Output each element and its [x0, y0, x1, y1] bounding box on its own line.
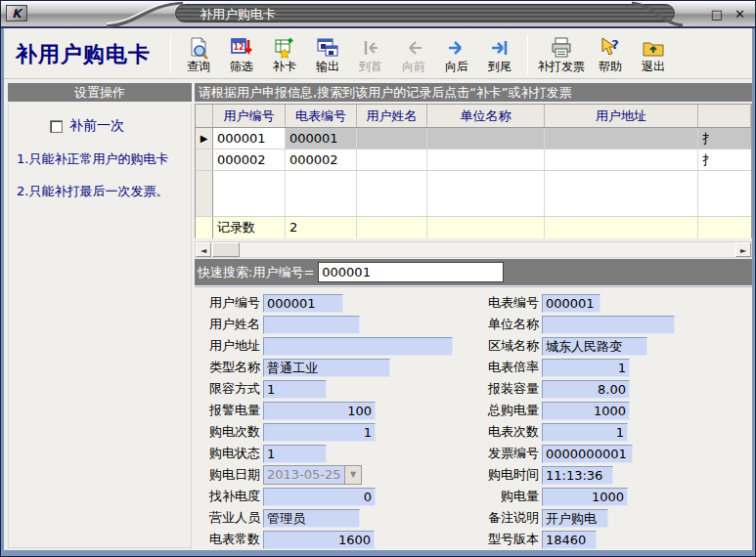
- sidebar-header: 设置操作: [8, 83, 192, 102]
- type-name-field[interactable]: 普通工业: [263, 359, 390, 377]
- selector-column-header: [196, 105, 213, 127]
- window-title: 补用户购电卡: [175, 4, 675, 22]
- go-last-button[interactable]: 到尾: [478, 35, 521, 74]
- app-body: 补用户购电卡 查询 12 筛选: [4, 28, 752, 550]
- cell-unit-name[interactable]: [427, 128, 545, 149]
- field-label: 电表常数: [202, 531, 263, 548]
- reissue-card-button[interactable]: 补卡: [263, 35, 306, 74]
- purchase-date-dropdown[interactable]: 2013-05-25 ▼: [263, 465, 362, 485]
- field-label: 用户地址: [202, 337, 263, 355]
- reissue-card-label: 补卡: [273, 60, 296, 73]
- reprint-invoice-button[interactable]: 补打发票: [534, 35, 589, 74]
- purchase-time-field[interactable]: 11:13:36: [542, 466, 613, 485]
- reissue-previous-checkbox[interactable]: 补前一次: [50, 117, 191, 135]
- field-label: 购电时间: [481, 466, 542, 484]
- go-next-label: 向后: [445, 60, 468, 73]
- cell-user-address[interactable]: [545, 128, 698, 149]
- cell-unit-name[interactable]: [427, 150, 545, 170]
- field-label: 用户编号: [202, 294, 263, 312]
- cell-user-name[interactable]: [357, 150, 427, 170]
- unit-name-field[interactable]: [542, 316, 675, 334]
- field-label: 找补电度: [202, 488, 263, 505]
- filter-button[interactable]: 12 筛选: [220, 35, 263, 74]
- query-label: 查询: [187, 60, 210, 73]
- user-table: 用户编号 电表编号 用户姓名 单位名称 用户地址 ▶ 000001 000001…: [195, 104, 752, 238]
- field-label: 单位名称: [481, 316, 542, 333]
- cell-meter-no[interactable]: 000002: [286, 150, 357, 170]
- field-label: 电表倍率: [481, 359, 542, 376]
- cell-meter-no[interactable]: 000001: [286, 128, 357, 149]
- checkbox-label: 补前一次: [69, 117, 124, 135]
- checkbox-icon[interactable]: [50, 120, 63, 133]
- field-label: 报装容量: [481, 380, 542, 398]
- sidebar: 补前一次 1.只能补正常用户的购电卡 2.只能补打最后一次发票。: [8, 104, 192, 548]
- output-button[interactable]: 输出: [306, 35, 349, 74]
- close-button[interactable]: ✕: [734, 7, 745, 22]
- toolbar-separator: [170, 35, 171, 74]
- cell-user-address[interactable]: [545, 150, 698, 170]
- exit-label: 退出: [642, 60, 665, 73]
- total-energy-field[interactable]: 1000: [542, 402, 630, 420]
- purchase-times-field[interactable]: 1: [263, 423, 376, 442]
- user-name-field[interactable]: [263, 316, 360, 334]
- user-address-field[interactable]: [263, 337, 453, 356]
- invoice-no-field[interactable]: 0000000001: [542, 445, 633, 463]
- toolbar: 补用户购电卡 查询 12 筛选: [4, 30, 752, 79]
- field-label: 发票编号: [481, 445, 542, 462]
- maximize-button[interactable]: □: [711, 7, 723, 22]
- col-meter-no[interactable]: 电表编号: [286, 105, 357, 127]
- cell-user-no[interactable]: 000001: [213, 128, 286, 149]
- app-window: K 补用户购电卡 □ ✕ 补用户购电卡 查询: [0, 0, 756, 557]
- titlebar-swoosh-left: [99, 1, 187, 28]
- go-next-button[interactable]: 向后: [435, 35, 478, 74]
- model-version-field[interactable]: 18460: [542, 531, 597, 549]
- scrollbar-thumb[interactable]: [212, 242, 240, 257]
- field-label: 区域名称: [481, 337, 542, 355]
- go-prev-label: 向前: [402, 60, 425, 73]
- go-first-label: 到首: [359, 60, 382, 73]
- table-row[interactable]: ▶ 000001 000001 扌: [196, 128, 751, 150]
- operator-field[interactable]: 管理员: [263, 509, 360, 528]
- meter-ratio-field[interactable]: 1: [542, 359, 630, 377]
- area-name-field[interactable]: 城东人民路变: [542, 337, 647, 356]
- row-selector: [196, 150, 213, 170]
- meter-times-field[interactable]: 1: [542, 423, 628, 442]
- adjust-energy-field[interactable]: 0: [263, 488, 376, 506]
- go-next-icon: [445, 36, 468, 60]
- search-document-icon: [187, 36, 210, 60]
- purchase-status-field[interactable]: 1: [263, 445, 327, 463]
- instruction-bar: 请根据用户申报信息,搜索到该用户的记录后点击“补卡”或补打发票: [195, 83, 752, 102]
- col-user-no[interactable]: 用户编号: [213, 105, 286, 127]
- table-horizontal-scrollbar[interactable]: ◄ ►: [195, 241, 752, 258]
- installed-capacity-field[interactable]: 8.00: [542, 380, 630, 399]
- scroll-right-icon[interactable]: ►: [735, 242, 751, 257]
- cell-user-name[interactable]: [357, 128, 427, 149]
- filter-label: 筛选: [230, 60, 253, 73]
- empty-rows-area: [196, 171, 751, 217]
- app-logo-icon: K: [6, 5, 27, 21]
- alarm-energy-field[interactable]: 100: [263, 402, 376, 420]
- table-row[interactable]: 000002 000002 扌: [196, 150, 751, 171]
- limit-mode-field[interactable]: 1: [263, 380, 327, 399]
- field-label: 购电次数: [202, 423, 263, 441]
- help-button[interactable]: ? 帮助: [589, 35, 632, 74]
- remark-field[interactable]: 开户购电: [542, 509, 608, 528]
- titlebar: K 补用户购电卡 □ ✕: [1, 1, 755, 28]
- col-user-address[interactable]: 用户地址: [545, 105, 698, 127]
- meter-constant-field[interactable]: 1600: [263, 531, 375, 549]
- scroll-left-icon[interactable]: ◄: [196, 242, 211, 257]
- cell-user-no[interactable]: 000002: [213, 150, 286, 170]
- user-no-field[interactable]: 000001: [263, 294, 343, 313]
- col-unit-name[interactable]: 单位名称: [427, 105, 545, 127]
- chevron-down-icon[interactable]: ▼: [344, 466, 361, 484]
- table-header-row: 用户编号 电表编号 用户姓名 单位名称 用户地址: [196, 105, 751, 128]
- record-count-label: 记录数: [213, 217, 286, 238]
- quick-search-input[interactable]: [318, 262, 504, 282]
- col-user-name[interactable]: 用户姓名: [357, 105, 427, 127]
- meter-no-field[interactable]: 000001: [542, 294, 600, 313]
- query-button[interactable]: 查询: [177, 35, 220, 74]
- printer-icon: [550, 36, 573, 60]
- exit-button[interactable]: 退出: [632, 35, 675, 74]
- purchase-energy-field[interactable]: 1000: [542, 488, 628, 506]
- calendar-filter-icon: 12: [230, 36, 253, 60]
